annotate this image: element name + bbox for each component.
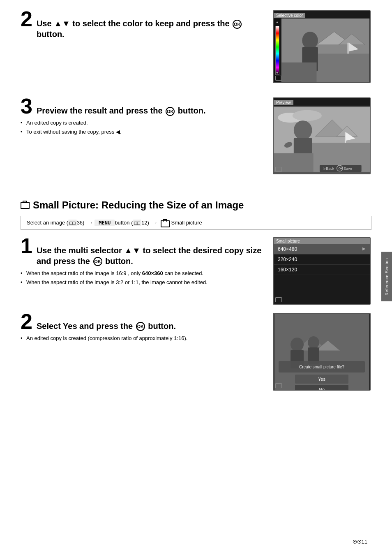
step1-small-pic-left: 1 Use the multi selector ▲▼ to select th…: [21, 237, 273, 288]
svg-text:Yes: Yes: [318, 377, 325, 382]
step2-sp-header: 2 Select Yes and press the OK button.: [21, 313, 265, 335]
camera-icon-menu: [275, 297, 282, 302]
step2-top-title-p1: Use: [37, 19, 54, 28]
preview-scene-svg: ▷Back OK Save: [274, 106, 370, 174]
svg-rect-8: [281, 62, 317, 82]
step2-sp-bullet-1: An edited copy is created (compression r…: [21, 335, 265, 342]
section-heading: Small Picture: Reducing the Size of an I…: [21, 199, 371, 211]
step1-sp-number: 1: [21, 235, 32, 257]
svg-text:Create small picture file?: Create small picture file?: [299, 365, 344, 369]
step1-sp-arrows: ▲▼: [124, 246, 141, 255]
svg-point-4: [302, 32, 318, 49]
small-picture-text: Small picture: [171, 220, 202, 226]
page: 2 Use ▲▼ to select the color to keep and…: [0, 0, 392, 553]
step3-number: 3: [21, 95, 32, 117]
color-strip: [275, 26, 279, 75]
dialog-screen: Create small picture file? Yes No: [273, 313, 371, 391]
step3-right: Preview: [273, 97, 371, 174]
step1-sp-bullets: When the aspect ratio of the image is 16…: [21, 270, 265, 286]
step2-sp-p1: Select: [37, 322, 63, 331]
select-image-text: Select an image (: [27, 220, 68, 226]
step2-sp-title: Select Yes and press the OK button.: [37, 321, 176, 331]
menu-item-320: 320×240: [274, 255, 370, 265]
step3-title-p2: button.: [175, 106, 205, 115]
preview-screen: Preview: [273, 97, 371, 174]
screen-label-selective: Selective color: [274, 13, 305, 18]
step3-bullet-2: To exit without saving the copy, press ◀…: [21, 128, 265, 136]
selective-color-screen: Selective color: [273, 10, 371, 83]
step2-sp-number: 2: [21, 311, 32, 332]
step2-top-title: Use ▲▼ to select the color to keep and p…: [37, 18, 265, 39]
step3-bullet-1: An edited copy is created.: [21, 119, 265, 127]
step2-top-section: 2 Use ▲▼ to select the color to keep and…: [0, 0, 392, 95]
menu-spacer: [274, 275, 370, 304]
section-divider: [21, 191, 371, 191]
svg-point-29: [291, 338, 304, 352]
menu-item-640-arrow: ▶: [362, 246, 366, 252]
selective-scene-svg: [281, 19, 370, 82]
step2-sp-bullets: An edited copy is created (compression r…: [21, 335, 265, 342]
svg-point-11: [293, 110, 322, 121]
small-picture-menu-screen: Small picture 640×480 ▶ 320×240 160×120: [273, 237, 371, 305]
ok-icon-step1-sp: OK: [93, 257, 102, 266]
menu-title: Small picture: [274, 238, 370, 244]
step2-top-row: 2 Use ▲▼ to select the color to keep and…: [21, 10, 371, 83]
svg-text:▷Back: ▷Back: [323, 167, 334, 171]
step2-top-arrows: ▲▼: [54, 19, 70, 28]
step2-top-header: 2 Use ▲▼ to select the color to keep and…: [21, 10, 265, 43]
step2-top-right: Selective color: [273, 10, 371, 83]
svg-rect-6: [347, 43, 348, 54]
step3-title: Preview the result and press the OK butt…: [37, 105, 206, 116]
step2-sp-left: 2 Select Yes and press the OK button. An…: [21, 313, 273, 344]
preview-screen-body: ▷Back OK Save: [274, 106, 370, 174]
step3-bullets: An edited copy is created. To exit witho…: [21, 119, 265, 136]
step3-left: 3 Preview the result and press the OK bu…: [21, 97, 273, 137]
sidebar-label: Reference Section: [385, 258, 389, 295]
ok-button-icon-step3: OK: [166, 107, 175, 116]
step1-sp-right: Small picture 640×480 ▶ 320×240 160×120: [273, 237, 371, 305]
menu-item-160-label: 160×120: [278, 267, 297, 273]
image-area-selective: [281, 19, 370, 82]
svg-point-31: [308, 336, 319, 349]
dialog-body: Create small picture file? Yes No: [274, 314, 370, 390]
step2-top-title-p3: button.: [37, 30, 65, 39]
arrow1: →: [88, 220, 93, 226]
ref-36: 36): [77, 220, 86, 226]
ok-button-icon-step2-top: OK: [233, 20, 242, 29]
menu-body: 640×480 ▶ 320×240 160×120: [274, 244, 370, 304]
color-bar: [274, 19, 281, 82]
step2-top-number: 2: [21, 8, 32, 30]
step1-small-pic-row: 1 Use the multi selector ▲▼ to select th…: [21, 237, 371, 305]
step1-sp-p3: button.: [103, 257, 133, 266]
menu-btn: MENU: [95, 220, 115, 226]
dialog-scene-svg: Create small picture file? Yes No: [274, 314, 370, 390]
step3-title-p1: Preview the result and press the: [37, 106, 165, 115]
arrow2: →: [152, 220, 157, 226]
step1-sp-title: Use the multi selector ▲▼ to select the …: [37, 245, 265, 266]
step2-sp-p2: and press the: [77, 322, 135, 331]
small-picture-icon: [21, 202, 30, 209]
menu-item-640: 640×480 ▶: [274, 244, 370, 255]
svg-text:No: No: [319, 387, 325, 390]
small-picture-section: Small Picture: Reducing the Size of an I…: [0, 195, 392, 411]
step3-section: 3 Preview the result and press the OK bu…: [0, 95, 392, 187]
page-number: ⦿⦿11: [353, 539, 367, 545]
step3-header: 3 Preview the result and press the OK bu…: [21, 97, 265, 119]
step2-small-pic-row: 2 Select Yes and press the OK button. An…: [21, 313, 371, 391]
svg-rect-3: [317, 54, 369, 82]
svg-rect-18: [345, 132, 346, 143]
page-ref-36: □□: [68, 220, 76, 226]
step2-sp-yes: Yes: [63, 322, 77, 331]
ok-icon-step2-sp: OK: [136, 322, 145, 331]
step2-top-title-p2: to select the color to keep and press th…: [70, 19, 232, 28]
step2-top-left: 2 Use ▲▼ to select the color to keep and…: [21, 10, 273, 43]
menu-item-640-label: 640×480: [278, 246, 297, 252]
section-title: Small Picture: Reducing the Size of an I…: [33, 199, 244, 211]
selective-screen-body: [274, 19, 370, 82]
svg-point-15: [294, 120, 312, 140]
ref-12: 12): [141, 220, 150, 226]
small-picture-path-icon: [161, 220, 170, 227]
camera-icon-selective: [275, 76, 282, 81]
step1-sp-p1: Use the multi selector: [37, 246, 124, 255]
step1-sp-header: 1 Use the multi selector ▲▼ to select th…: [21, 237, 265, 270]
